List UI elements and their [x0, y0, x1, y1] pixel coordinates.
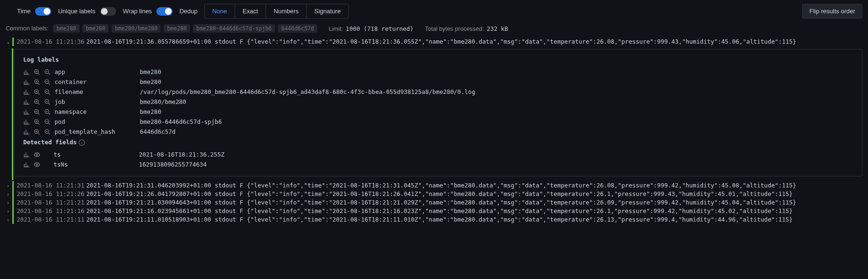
filter-out-icon[interactable] [44, 107, 55, 117]
log-labels-title: Log labels [23, 56, 853, 63]
label-key: app [55, 67, 140, 77]
log-message: 2021-08-16T19:21:11.010518903+01:00 stdo… [86, 215, 793, 224]
filter-for-icon[interactable] [34, 107, 44, 117]
opt-time-label: Time [17, 8, 30, 15]
label-key: container [55, 77, 140, 87]
label-row: container bme280 [23, 77, 479, 87]
show-field-icon[interactable] [34, 149, 44, 159]
label-value: bme280 [140, 67, 479, 77]
level-bar [12, 215, 14, 224]
stats-icon[interactable] [23, 107, 34, 117]
log-message: 2021-08-16T19:21:36.055786659+01:00 stdo… [86, 37, 796, 46]
common-labels-label: Common labels: [6, 25, 48, 32]
info-icon[interactable]: i [79, 140, 85, 146]
stats-icon[interactable] [23, 77, 34, 87]
flip-results-button[interactable]: Flip results order [802, 4, 862, 19]
filter-for-icon[interactable] [34, 77, 44, 87]
opt-dedup: Dedup None Exact Numbers Signature [179, 4, 348, 19]
filter-out-icon[interactable] [44, 67, 55, 77]
level-bar [12, 181, 14, 190]
chevron-right-icon[interactable]: › [6, 181, 10, 190]
stats-icon[interactable] [23, 97, 34, 107]
label-value: bme280 [140, 77, 479, 87]
dedup-signature[interactable]: Signature [307, 4, 348, 18]
log-row[interactable]: ›2021-08-16 11:21:21 2021-08-16T19:21:21… [6, 198, 862, 207]
log-timestamp: 2021-08-16 11:21:31 [17, 181, 84, 190]
stats-icon[interactable] [23, 159, 34, 169]
label-row: app bme280 [23, 67, 479, 77]
opt-wrap-lines-label: Wrap lines [123, 8, 152, 15]
common-labels-chips: bme280bme280bme280/bme280bme280bme280-64… [53, 24, 317, 33]
common-label-chip: bme280 [53, 24, 80, 33]
opt-dedup-label: Dedup [179, 8, 197, 15]
log-row[interactable]: ⌄2021-08-16 11:21:36 2021-08-16T19:21:36… [6, 37, 862, 46]
label-key: job [55, 97, 140, 107]
log-row[interactable]: ›2021-08-16 11:21:11 2021-08-16T19:21:11… [6, 215, 862, 224]
toggle-wrap-lines[interactable] [156, 7, 173, 16]
stats-icon[interactable] [23, 67, 34, 77]
common-label-chip: bme280/bme280 [111, 24, 161, 33]
filter-for-icon[interactable] [34, 97, 44, 107]
level-bar [12, 207, 14, 215]
logs-panel: ⌄2021-08-16 11:21:36 2021-08-16T19:21:36… [0, 37, 868, 228]
toggle-unique-labels[interactable] [100, 7, 116, 16]
chevron-down-icon[interactable]: ⌄ [6, 37, 10, 46]
label-value: 6446d6c57d [140, 127, 479, 137]
toggle-time[interactable] [35, 7, 51, 16]
filter-out-icon[interactable] [44, 97, 55, 107]
common-label-chip: bme280 [164, 24, 190, 33]
limit-value: 1000 (718 returned) [346, 25, 413, 32]
log-row[interactable]: ›2021-08-16 11:21:31 2021-08-16T19:21:31… [6, 181, 862, 190]
field-row: ts 2021-08-16T18:21:36.255Z [23, 149, 228, 159]
stats-icon[interactable] [23, 87, 34, 97]
dedup-none[interactable]: None [205, 4, 235, 18]
log-message: 2021-08-16T19:21:31.046203992+01:00 stdo… [86, 181, 796, 190]
level-bar [12, 190, 14, 198]
dedup-exact[interactable]: Exact [235, 4, 266, 18]
filter-out-icon[interactable] [44, 127, 55, 137]
filter-out-icon[interactable] [44, 87, 55, 97]
dedup-numbers[interactable]: Numbers [266, 4, 307, 18]
log-timestamp: 2021-08-16 11:21:21 [17, 198, 84, 207]
level-bar [12, 48, 13, 180]
log-timestamp: 2021-08-16 11:21:11 [17, 215, 84, 224]
log-row[interactable]: ›2021-08-16 11:21:26 2021-08-16T19:21:26… [6, 190, 862, 198]
label-key: pod [55, 117, 140, 127]
log-message: 2021-08-16T19:21:26.041792807+01:00 stdo… [86, 190, 793, 198]
chevron-right-icon[interactable]: › [6, 190, 10, 198]
label-value: bme280/bme280 [140, 97, 479, 107]
detected-fields-title: Detected fieldsi [23, 139, 853, 146]
stats-icon[interactable] [23, 127, 34, 137]
stats-icon[interactable] [23, 149, 34, 159]
filter-out-icon[interactable] [44, 77, 55, 87]
label-value: /var/log/pods/bme280_bme280-6446d6c57d-s… [140, 87, 479, 97]
log-timestamp: 2021-08-16 11:21:36 [17, 37, 84, 46]
filter-for-icon[interactable] [34, 117, 44, 127]
chevron-right-icon[interactable]: › [6, 215, 10, 224]
log-message: 2021-08-16T19:21:21.030094643+01:00 stdo… [86, 198, 796, 207]
field-row: tsNs 1629138096255774634 [23, 159, 228, 169]
bytes-value: 232 kB [487, 25, 508, 32]
stats-icon[interactable] [23, 117, 34, 127]
log-timestamp: 2021-08-16 11:21:16 [17, 207, 84, 215]
filter-for-icon[interactable] [34, 67, 44, 77]
level-bar [12, 198, 14, 207]
log-message: 2021-08-16T19:21:16.023945661+01:00 stdo… [86, 207, 793, 215]
label-row: pod bme280-6446d6c57d-spjb6 [23, 117, 479, 127]
log-row[interactable]: ›2021-08-16 11:21:16 2021-08-16T19:21:16… [6, 207, 862, 215]
field-value: 2021-08-16T18:21:36.255Z [139, 149, 228, 159]
common-label-chip: bme280 [82, 24, 109, 33]
filter-for-icon[interactable] [34, 127, 44, 137]
log-details: Log labels app bme280 container bme280 f… [14, 49, 862, 177]
label-row: namespace bme280 [23, 107, 479, 117]
label-key: filename [55, 87, 140, 97]
filter-out-icon[interactable] [44, 117, 55, 127]
chevron-right-icon[interactable]: › [6, 198, 10, 207]
limit-label: Limit: [329, 26, 343, 32]
filter-for-icon[interactable] [34, 87, 44, 97]
chevron-right-icon[interactable]: › [6, 207, 10, 215]
opt-unique-labels-label: Unique labels [58, 8, 95, 15]
meta-row: Common labels: bme280bme280bme280/bme280… [0, 22, 868, 37]
label-row: job bme280/bme280 [23, 97, 479, 107]
show-field-icon[interactable] [34, 159, 44, 169]
